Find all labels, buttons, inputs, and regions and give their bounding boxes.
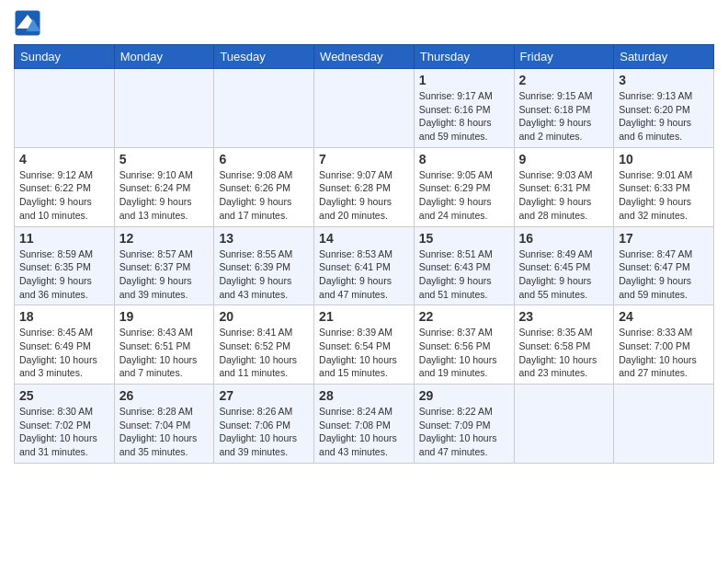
day-info: Sunrise: 8:22 AM Sunset: 7:09 PM Dayligh… — [419, 405, 509, 459]
calendar-cell: 7Sunrise: 9:07 AM Sunset: 6:28 PM Daylig… — [314, 147, 415, 226]
calendar-cell: 29Sunrise: 8:22 AM Sunset: 7:09 PM Dayli… — [414, 385, 514, 464]
logo — [14, 9, 45, 37]
day-number: 20 — [219, 309, 309, 324]
calendar-cell — [514, 385, 614, 464]
day-info: Sunrise: 9:08 AM Sunset: 6:26 PM Dayligh… — [219, 168, 309, 223]
day-number: 26 — [119, 388, 210, 403]
week-row-2: 11Sunrise: 8:59 AM Sunset: 6:35 PM Dayli… — [15, 226, 714, 305]
main-container: SundayMondayTuesdayWednesdayThursdayFrid… — [0, 0, 728, 473]
day-number: 18 — [19, 309, 109, 324]
day-number: 10 — [619, 152, 709, 167]
calendar-cell: 3Sunrise: 9:13 AM Sunset: 6:20 PM Daylig… — [614, 69, 714, 148]
day-info: Sunrise: 9:10 AM Sunset: 6:24 PM Dayligh… — [119, 168, 210, 223]
day-info: Sunrise: 9:13 AM Sunset: 6:20 PM Dayligh… — [619, 89, 709, 144]
day-info: Sunrise: 8:55 AM Sunset: 6:39 PM Dayligh… — [219, 247, 309, 302]
calendar-cell — [15, 69, 115, 148]
day-number: 16 — [519, 231, 609, 246]
day-number: 17 — [619, 231, 709, 246]
day-number: 25 — [19, 388, 109, 403]
header-row: SundayMondayTuesdayWednesdayThursdayFrid… — [15, 45, 714, 69]
calendar-cell: 5Sunrise: 9:10 AM Sunset: 6:24 PM Daylig… — [114, 147, 214, 226]
day-info: Sunrise: 8:26 AM Sunset: 7:06 PM Dayligh… — [219, 405, 309, 459]
day-number: 12 — [119, 231, 210, 246]
day-info: Sunrise: 8:28 AM Sunset: 7:04 PM Dayligh… — [119, 405, 210, 459]
calendar-cell: 27Sunrise: 8:26 AM Sunset: 7:06 PM Dayli… — [214, 385, 314, 464]
day-number: 23 — [519, 309, 609, 324]
day-number: 9 — [519, 152, 609, 167]
calendar-cell: 16Sunrise: 8:49 AM Sunset: 6:45 PM Dayli… — [514, 226, 614, 305]
calendar-cell: 18Sunrise: 8:45 AM Sunset: 6:49 PM Dayli… — [15, 305, 115, 385]
calendar-cell — [114, 69, 214, 148]
header-cell-saturday: Saturday — [614, 45, 714, 69]
calendar-cell: 8Sunrise: 9:05 AM Sunset: 6:29 PM Daylig… — [414, 147, 514, 226]
day-info: Sunrise: 8:39 AM Sunset: 6:54 PM Dayligh… — [319, 326, 409, 380]
calendar-header: SundayMondayTuesdayWednesdayThursdayFrid… — [15, 45, 714, 69]
calendar-cell: 10Sunrise: 9:01 AM Sunset: 6:33 PM Dayli… — [614, 147, 714, 226]
day-info: Sunrise: 9:12 AM Sunset: 6:22 PM Dayligh… — [19, 168, 109, 223]
header-cell-tuesday: Tuesday — [214, 45, 314, 69]
day-number: 7 — [319, 152, 409, 167]
calendar-body: 1Sunrise: 9:17 AM Sunset: 6:16 PM Daylig… — [15, 69, 714, 464]
header-cell-friday: Friday — [514, 45, 614, 69]
calendar-cell — [314, 69, 415, 148]
calendar-cell — [214, 69, 314, 148]
header-cell-sunday: Sunday — [15, 45, 115, 69]
day-info: Sunrise: 9:05 AM Sunset: 6:29 PM Dayligh… — [419, 168, 509, 223]
calendar-cell: 13Sunrise: 8:55 AM Sunset: 6:39 PM Dayli… — [214, 226, 314, 305]
calendar-cell — [614, 385, 714, 464]
day-number: 11 — [19, 231, 109, 246]
calendar-cell: 15Sunrise: 8:51 AM Sunset: 6:43 PM Dayli… — [414, 226, 514, 305]
calendar-cell: 20Sunrise: 8:41 AM Sunset: 6:52 PM Dayli… — [214, 305, 314, 385]
day-number: 4 — [19, 152, 109, 167]
day-number: 3 — [619, 73, 709, 87]
day-number: 21 — [319, 309, 409, 324]
day-info: Sunrise: 8:57 AM Sunset: 6:37 PM Dayligh… — [119, 247, 210, 302]
day-number: 6 — [219, 152, 309, 167]
calendar-cell: 12Sunrise: 8:57 AM Sunset: 6:37 PM Dayli… — [114, 226, 214, 305]
day-number: 27 — [219, 388, 309, 403]
calendar-cell: 6Sunrise: 9:08 AM Sunset: 6:26 PM Daylig… — [214, 147, 314, 226]
day-number: 14 — [319, 231, 409, 246]
day-info: Sunrise: 8:33 AM Sunset: 7:00 PM Dayligh… — [619, 326, 709, 380]
day-info: Sunrise: 8:53 AM Sunset: 6:41 PM Dayligh… — [319, 247, 409, 302]
day-info: Sunrise: 9:07 AM Sunset: 6:28 PM Dayligh… — [319, 168, 409, 223]
calendar-cell: 14Sunrise: 8:53 AM Sunset: 6:41 PM Dayli… — [314, 226, 415, 305]
day-info: Sunrise: 9:01 AM Sunset: 6:33 PM Dayligh… — [619, 168, 709, 223]
day-info: Sunrise: 8:37 AM Sunset: 6:56 PM Dayligh… — [419, 326, 509, 380]
calendar-cell: 26Sunrise: 8:28 AM Sunset: 7:04 PM Dayli… — [114, 385, 214, 464]
day-number: 5 — [119, 152, 210, 167]
calendar-cell: 11Sunrise: 8:59 AM Sunset: 6:35 PM Dayli… — [15, 226, 115, 305]
calendar-cell: 1Sunrise: 9:17 AM Sunset: 6:16 PM Daylig… — [414, 69, 514, 148]
calendar-cell: 9Sunrise: 9:03 AM Sunset: 6:31 PM Daylig… — [514, 147, 614, 226]
day-info: Sunrise: 9:17 AM Sunset: 6:16 PM Dayligh… — [419, 89, 509, 144]
calendar-cell: 22Sunrise: 8:37 AM Sunset: 6:56 PM Dayli… — [414, 305, 514, 385]
day-info: Sunrise: 8:43 AM Sunset: 6:51 PM Dayligh… — [119, 326, 210, 380]
calendar-table: SundayMondayTuesdayWednesdayThursdayFrid… — [14, 44, 714, 464]
day-number: 22 — [419, 309, 509, 324]
calendar-cell: 2Sunrise: 9:15 AM Sunset: 6:18 PM Daylig… — [514, 69, 614, 148]
day-info: Sunrise: 8:51 AM Sunset: 6:43 PM Dayligh… — [419, 247, 509, 302]
calendar-cell: 23Sunrise: 8:35 AM Sunset: 6:58 PM Dayli… — [514, 305, 614, 385]
day-number: 2 — [519, 73, 609, 87]
calendar-cell: 21Sunrise: 8:39 AM Sunset: 6:54 PM Dayli… — [314, 305, 415, 385]
day-info: Sunrise: 8:59 AM Sunset: 6:35 PM Dayligh… — [19, 247, 109, 302]
calendar-cell: 25Sunrise: 8:30 AM Sunset: 7:02 PM Dayli… — [15, 385, 115, 464]
week-row-1: 4Sunrise: 9:12 AM Sunset: 6:22 PM Daylig… — [15, 147, 714, 226]
day-number: 1 — [419, 73, 509, 87]
day-number: 13 — [219, 231, 309, 246]
day-info: Sunrise: 8:49 AM Sunset: 6:45 PM Dayligh… — [519, 247, 609, 302]
day-info: Sunrise: 9:15 AM Sunset: 6:18 PM Dayligh… — [519, 89, 609, 144]
day-number: 28 — [319, 388, 409, 403]
week-row-0: 1Sunrise: 9:17 AM Sunset: 6:16 PM Daylig… — [15, 69, 714, 148]
week-row-3: 18Sunrise: 8:45 AM Sunset: 6:49 PM Dayli… — [15, 305, 714, 385]
day-info: Sunrise: 8:45 AM Sunset: 6:49 PM Dayligh… — [19, 326, 109, 380]
day-info: Sunrise: 8:30 AM Sunset: 7:02 PM Dayligh… — [19, 405, 109, 459]
calendar-cell: 17Sunrise: 8:47 AM Sunset: 6:47 PM Dayli… — [614, 226, 714, 305]
day-info: Sunrise: 8:24 AM Sunset: 7:08 PM Dayligh… — [319, 405, 409, 459]
day-number: 19 — [119, 309, 210, 324]
day-info: Sunrise: 8:47 AM Sunset: 6:47 PM Dayligh… — [619, 247, 709, 302]
day-number: 24 — [619, 309, 709, 324]
day-info: Sunrise: 8:41 AM Sunset: 6:52 PM Dayligh… — [219, 326, 309, 380]
day-number: 15 — [419, 231, 509, 246]
calendar-cell: 24Sunrise: 8:33 AM Sunset: 7:00 PM Dayli… — [614, 305, 714, 385]
